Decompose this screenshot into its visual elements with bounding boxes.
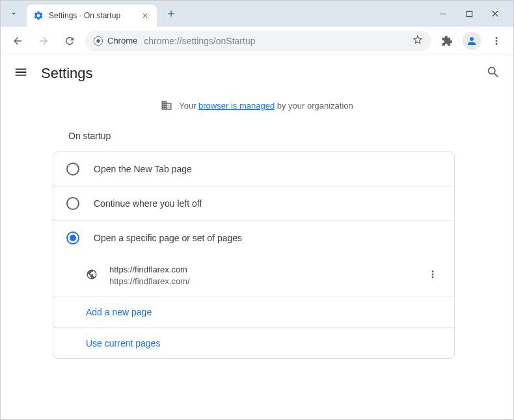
minimize-icon — [439, 10, 447, 18]
svg-rect-0 — [440, 14, 446, 14]
profile-button[interactable] — [463, 32, 481, 50]
site-info-button[interactable]: Chrome — [93, 36, 137, 46]
radio-label: Open a specific page or set of pages — [94, 233, 242, 243]
dots-vertical-icon — [427, 269, 439, 280]
puzzle-icon — [441, 35, 453, 47]
managed-banner: Your browser is managed by your organiza… — [1, 92, 513, 119]
startup-page-title: https://findflarex.com — [109, 264, 413, 276]
menu-button[interactable] — [486, 31, 507, 51]
reload-icon — [64, 35, 75, 47]
page-info: https://findflarex.com https://findflare… — [109, 264, 413, 287]
browser-tab[interactable]: Settings - On startup — [27, 5, 157, 27]
settings-menu-button[interactable] — [14, 65, 28, 82]
person-icon — [466, 35, 478, 47]
section-title: On startup — [53, 119, 455, 151]
managed-link[interactable]: browser is managed — [198, 101, 275, 111]
svg-point-3 — [96, 39, 100, 42]
dots-vertical-icon — [491, 35, 502, 47]
radio-label: Open the New Tab page — [94, 164, 192, 174]
reload-button[interactable] — [59, 31, 80, 51]
omnibox-label: Chrome — [107, 36, 137, 46]
window-titlebar: Settings - On startup — [1, 1, 513, 27]
close-window-button[interactable] — [487, 6, 503, 21]
arrow-right-icon — [38, 35, 49, 47]
settings-search-button[interactable] — [486, 65, 500, 82]
startup-page-row: https://findflarex.com https://findflare… — [66, 255, 441, 296]
add-page-row: Add a new page — [53, 296, 454, 328]
radio-specific-pages[interactable]: Open a specific page or set of pages — [53, 221, 454, 255]
omnibox-url: chrome://settings/onStartup — [144, 36, 405, 46]
close-icon — [491, 10, 499, 18]
startup-pages-list: https://findflarex.com https://findflare… — [53, 255, 454, 296]
minimize-button[interactable] — [435, 6, 451, 21]
arrow-left-icon — [12, 35, 23, 47]
tab-search-dropdown[interactable] — [6, 6, 21, 21]
browser-toolbar: Chrome chrome://settings/onStartup — [1, 27, 513, 55]
svg-rect-1 — [467, 11, 472, 16]
settings-content: On startup Open the New Tab page Continu… — [1, 119, 513, 359]
hamburger-icon — [14, 65, 28, 79]
tab-close-button[interactable] — [140, 10, 150, 21]
radio-new-tab[interactable]: Open the New Tab page — [53, 152, 454, 187]
startup-page-url: https://findflarex.com/ — [109, 276, 413, 287]
page-actions-button[interactable] — [424, 266, 441, 285]
radio-icon — [66, 231, 79, 244]
building-icon — [161, 99, 172, 111]
plus-icon — [166, 8, 176, 19]
search-icon — [486, 65, 500, 79]
gear-icon — [33, 10, 44, 21]
page-title: Settings — [41, 65, 473, 82]
forward-button[interactable] — [33, 31, 54, 51]
close-icon — [141, 12, 149, 20]
chevron-down-icon — [9, 9, 18, 18]
new-tab-button[interactable] — [162, 5, 180, 23]
maximize-button[interactable] — [461, 6, 477, 21]
star-icon — [412, 34, 424, 46]
managed-text: Your browser is managed by your organiza… — [179, 101, 353, 111]
address-bar[interactable]: Chrome chrome://settings/onStartup — [85, 31, 431, 51]
use-current-row: Use current pages — [53, 328, 454, 358]
use-current-pages-link[interactable]: Use current pages — [86, 338, 160, 348]
radio-label: Continue where you left off — [94, 198, 202, 209]
startup-card: Open the New Tab page Continue where you… — [53, 151, 455, 359]
back-button[interactable] — [7, 31, 28, 51]
window-controls — [435, 6, 503, 21]
settings-header: Settings — [1, 55, 513, 92]
globe-icon — [86, 269, 98, 283]
add-page-link[interactable]: Add a new page — [86, 307, 152, 317]
chrome-logo-icon — [93, 36, 103, 46]
bookmark-button[interactable] — [412, 34, 424, 48]
radio-icon — [66, 163, 79, 176]
extensions-button[interactable] — [437, 31, 457, 51]
radio-continue[interactable]: Continue where you left off — [53, 187, 454, 221]
radio-icon — [66, 197, 79, 210]
maximize-icon — [466, 10, 473, 18]
tab-title: Settings - On startup — [49, 11, 135, 20]
